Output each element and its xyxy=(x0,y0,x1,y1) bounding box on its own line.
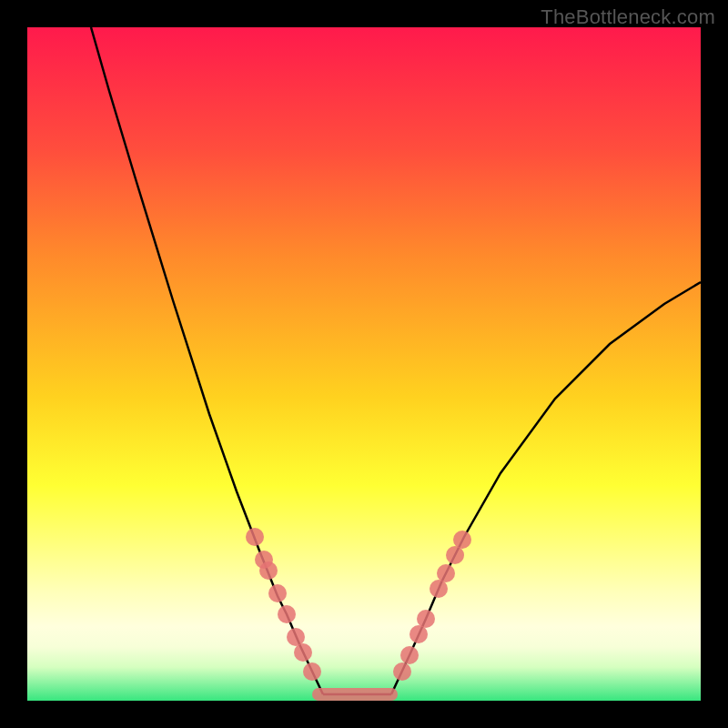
data-marker xyxy=(259,561,278,580)
data-marker xyxy=(294,643,312,662)
data-marker xyxy=(410,625,428,643)
data-marker xyxy=(268,584,287,602)
data-marker xyxy=(446,546,464,564)
curve-svg xyxy=(27,27,701,701)
left-branch-line xyxy=(91,27,323,694)
data-marker xyxy=(393,662,411,681)
data-marker xyxy=(287,628,305,646)
markers-left-group xyxy=(246,528,321,681)
data-marker xyxy=(453,531,471,549)
chart-frame: TheBottleneck.com xyxy=(0,0,728,728)
data-marker xyxy=(437,564,455,582)
data-marker xyxy=(278,605,296,623)
watermark-text: TheBottleneck.com xyxy=(541,5,715,29)
data-marker xyxy=(303,662,321,681)
right-branch-line xyxy=(391,282,701,694)
data-marker xyxy=(246,528,264,546)
plot-area xyxy=(27,27,701,701)
data-marker xyxy=(430,580,448,598)
data-marker xyxy=(417,610,435,628)
data-marker xyxy=(400,646,419,664)
